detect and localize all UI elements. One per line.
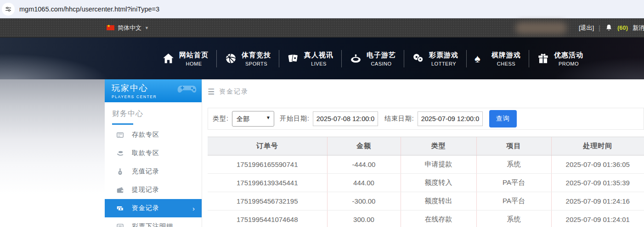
cell-amount: 300.00 <box>327 210 401 227</box>
nav-item-lives[interactable]: 真人视讯 LIVES <box>279 51 341 66</box>
breadcrumb: ☰ 资金记录 <box>208 79 644 102</box>
sidebar-item-label: 彩票下注明细 <box>132 222 173 227</box>
col-header-project: 项目 <box>476 137 551 155</box>
main-panel: ☰ 资金记录 类型: 全部 ▼ 开始日期: 结束日期: 查询 订单号 金额 <box>202 79 644 227</box>
sidebar-item-funds-record[interactable]: 资金记录 › <box>105 199 202 217</box>
col-header-process-time: 处理时间 <box>551 137 644 155</box>
browser-address-bar: mgm1065.com/hhcp/usercenter.html?iniType… <box>0 0 644 18</box>
cell-process-time: 2025-07-09 01:24:16 <box>551 192 644 210</box>
cell-order-no: 1751996139345441 <box>208 174 327 192</box>
table-row: 1751996139345441 444.00 额度转入 PA平台 2025-0… <box>208 174 644 192</box>
gift-icon <box>537 52 549 65</box>
hero-banner: 网站首页 HOME 体育竞技 SPORTS 真人视讯 LIVES 电子游艺 <box>0 38 644 79</box>
cell-process-time: 2025-07-09 01:36:05 <box>551 155 644 174</box>
sidebar-item-label: 资金记录 <box>132 204 159 212</box>
topbar-right: [退出] | (60) 新消息 <box>515 18 644 37</box>
nav-label-en: LOTTERY <box>431 61 456 66</box>
nav-item-sports[interactable]: 体育竞技 SPORTS <box>217 51 279 66</box>
table-row: 1751996165590741 -444.00 申请提款 系统 2025-07… <box>208 155 644 174</box>
cell-process-time: 2025-07-09 01:35:39 <box>551 174 644 192</box>
nav-item-promo[interactable]: 优惠活动 PROMO <box>529 51 591 66</box>
start-date-label: 开始日期: <box>280 115 310 123</box>
sidebar-item-recharge-record[interactable]: 充值记录 <box>105 162 202 181</box>
search-button[interactable]: 查询 <box>489 110 517 127</box>
cell-type: 额度转出 <box>401 192 476 210</box>
lottery-balls-icon <box>412 52 424 65</box>
home-icon <box>162 52 175 65</box>
sidebar-item-label: 充值记录 <box>132 167 159 176</box>
cell-amount: -444.00 <box>327 155 401 174</box>
table-row: 1751995441074648 300.00 在线存款 系统 2025-07-… <box>208 210 644 227</box>
logout-link[interactable]: [退出] <box>579 24 594 32</box>
topbar: ★ 简体中文 ▼ [退出] | (60) 新消息 <box>0 18 644 38</box>
content-row: 玩家中心 PLAYERS CENTER 财务中心 存款专区 取款专区 充值记录 … <box>0 79 644 227</box>
nav-item-home[interactable]: 网站首页 HOME <box>154 51 216 66</box>
sidebar-item-lottery-bet-details[interactable]: 彩票下注明细 <box>105 217 202 227</box>
end-date-input[interactable] <box>418 111 483 126</box>
deposit-card-icon <box>116 131 124 139</box>
spade-icon: ♠ <box>475 52 487 65</box>
sidebar-item-withdrawal-record[interactable]: 提现记录 <box>105 181 202 199</box>
bell-icon[interactable] <box>605 24 613 32</box>
nav-label-en: CASINO <box>371 61 391 66</box>
hand-money-icon <box>116 149 124 157</box>
message-label[interactable]: 新消息 <box>633 24 644 32</box>
nav-label-en: LIVES <box>311 61 327 66</box>
cell-type: 额度转入 <box>401 174 476 192</box>
nav-item-chess[interactable]: ♠ 棋牌游戏 CHESS <box>467 51 529 66</box>
nav-label-en: SPORTS <box>245 61 267 66</box>
basketball-icon <box>225 52 237 65</box>
nav-label-zh: 彩票游戏 <box>429 51 458 60</box>
cell-type: 在线存款 <box>401 210 476 227</box>
tune-icon[interactable] <box>2 3 15 16</box>
nav-label-zh: 网站首页 <box>179 51 209 60</box>
list-icon <box>116 223 124 227</box>
funds-record-table: 订单号 金额 类型 项目 处理时间 1751996165590741 -444.… <box>208 137 644 227</box>
table-header-row: 订单号 金额 类型 项目 处理时间 <box>208 137 644 155</box>
cell-project: PA平台 <box>476 174 551 192</box>
sidebar-item-withdraw-zone[interactable]: 取款专区 <box>105 144 202 162</box>
url-text[interactable]: mgm1065.com/hhcp/usercenter.html?iniType… <box>19 6 159 13</box>
cell-process-time: 2025-07-09 01:24:01 <box>551 210 644 227</box>
nav-label-zh: 真人视讯 <box>304 51 333 60</box>
nav-label-zh: 体育竞技 <box>242 51 271 60</box>
nav-label-zh: 优惠活动 <box>554 51 583 60</box>
topbar-divider: | <box>599 24 600 32</box>
page-title: 资金记录 <box>219 88 249 96</box>
background-left <box>0 79 105 227</box>
col-header-amount: 金额 <box>327 137 401 155</box>
username-blurred <box>515 22 567 34</box>
cell-order-no: 1751995456732195 <box>208 192 327 210</box>
cell-project: 系统 <box>476 210 551 227</box>
players-center-header[interactable]: 玩家中心 PLAYERS CENTER <box>105 79 202 102</box>
sidebar-item-label: 存款专区 <box>132 131 159 139</box>
hamburger-icon: ☰ <box>208 87 215 97</box>
roulette-icon <box>350 52 362 65</box>
playing-cards-icon <box>287 52 299 65</box>
cell-type: 申请提款 <box>401 155 476 174</box>
finance-center-section-title: 财务中心 <box>105 102 202 124</box>
gamepad-icon <box>177 82 197 96</box>
sidebar-item-deposit-zone[interactable]: 存款专区 <box>105 126 202 144</box>
type-label: 类型: <box>213 115 229 123</box>
wallet-icon <box>116 186 124 194</box>
language-label: 简体中文 <box>118 24 141 32</box>
type-select[interactable]: 全部 <box>232 111 274 127</box>
main-nav: 网站首页 HOME 体育竞技 SPORTS 真人视讯 LIVES 电子游艺 <box>154 38 591 79</box>
nav-label-en: HOME <box>186 61 202 66</box>
nav-item-casino[interactable]: 电子游艺 CASINO <box>342 51 404 66</box>
nav-item-lottery[interactable]: 彩票游戏 LOTTERY <box>404 51 466 66</box>
language-selector[interactable]: ★ 简体中文 ▼ <box>107 24 149 32</box>
col-header-type: 类型 <box>401 137 476 155</box>
sidebar-item-label: 提现记录 <box>132 186 159 194</box>
nav-label-en: CHESS <box>497 61 515 66</box>
money-bag-icon <box>116 168 124 176</box>
nav-label-zh: 棋牌游戏 <box>491 51 521 60</box>
start-date-input[interactable] <box>313 111 378 126</box>
nav-label-zh: 电子游艺 <box>367 51 396 60</box>
nav-label-en: PROMO <box>559 61 579 66</box>
col-header-order-no: 订单号 <box>208 137 327 155</box>
message-count[interactable]: (60) <box>617 24 628 31</box>
filter-panel: 类型: 全部 ▼ 开始日期: 结束日期: 查询 <box>208 108 644 130</box>
sidebar-menu: 存款专区 取款专区 充值记录 提现记录 资金记录 › 彩票下注明细 <box>105 126 202 227</box>
